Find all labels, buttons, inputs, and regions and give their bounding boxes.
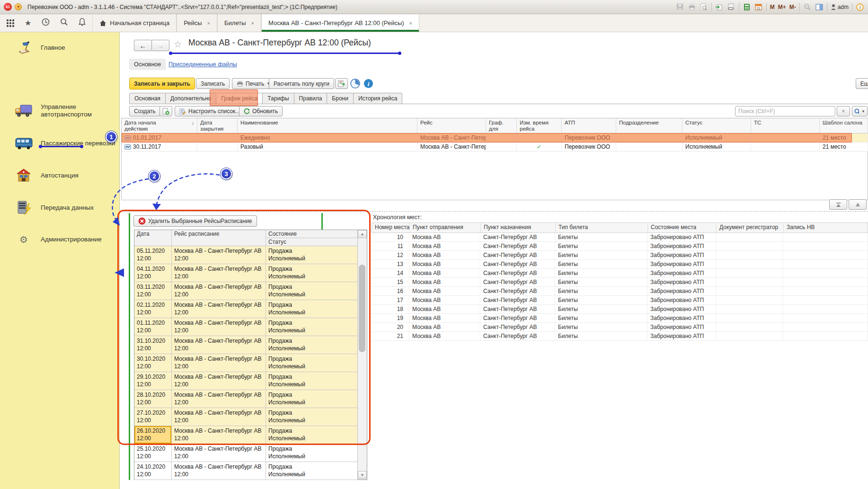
sidebar-item-bus-station[interactable]: Автостанция xyxy=(0,165,120,187)
favorite-star-icon[interactable]: ☆ xyxy=(174,39,182,50)
column-header[interactable]: Рейс xyxy=(417,118,486,133)
trip-row[interactable]: 05.11.202012:00Москва АВ - Санкт-Петербу… xyxy=(134,246,358,264)
scrollbar-down-icon[interactable]: ▼ xyxy=(358,471,367,479)
tab-active-trip[interactable]: Москва АВ - Санкт-Петербург АВ 12:00 (Ре… xyxy=(261,14,419,32)
seat-row[interactable]: 19Москва АВСанкт-Петербург АВБилетыЗабро… xyxy=(372,314,868,323)
seat-row[interactable]: 10Москва АВСанкт-Петербург АВБилетыЗабро… xyxy=(372,233,868,242)
send-link-icon[interactable] xyxy=(715,3,724,11)
col-trip[interactable]: Рейс расписание xyxy=(172,230,266,246)
trip-date-cell[interactable]: 03.11.202012:00 xyxy=(134,282,172,300)
clear-search-button[interactable]: × xyxy=(837,106,850,116)
trip-name-cell[interactable]: Москва АВ - Санкт-Петербург АВ 12:00 xyxy=(172,336,266,354)
save-icon[interactable] xyxy=(676,3,684,11)
seat-row[interactable]: 16Москва АВСанкт-Петербург АВБилетыЗабро… xyxy=(372,287,868,296)
trip-date-cell[interactable]: 29.10.202012:00 xyxy=(134,372,172,390)
trip-row[interactable]: 25.10.202012:00Москва АВ - Санкт-Петербу… xyxy=(134,444,358,462)
trips-grid-header[interactable]: Дата Рейс расписание Состояние Статус xyxy=(134,230,358,246)
trip-state-cell[interactable]: ПродажаИсполняемый xyxy=(266,390,358,408)
notifications-bell-icon[interactable] xyxy=(79,18,86,28)
save-button[interactable]: Записать xyxy=(196,78,230,89)
memory-recall-button[interactable]: M xyxy=(770,4,775,10)
search-icon[interactable] xyxy=(60,18,68,28)
trip-date-cell[interactable]: 25.10.202012:00 xyxy=(134,444,172,462)
trip-row[interactable]: 27.10.202012:00Москва АВ - Санкт-Петербу… xyxy=(134,408,358,426)
all-functions-menu-icon[interactable] xyxy=(7,19,14,27)
seat-row[interactable]: 11Москва АВСанкт-Петербург АВБилетыЗабро… xyxy=(372,242,868,251)
tab-pravila[interactable]: Правила xyxy=(294,93,328,104)
scroll-to-top-button[interactable] xyxy=(829,199,847,210)
trip-name-cell[interactable]: Москва АВ - Санкт-Петербург АВ 12:00 xyxy=(172,246,266,264)
col-state[interactable]: Состояние xyxy=(266,230,358,238)
current-user[interactable]: adm xyxy=(831,4,849,10)
trips-scrollbar[interactable]: ▲ ▼ xyxy=(357,230,367,480)
scroll-up-button[interactable] xyxy=(849,199,867,210)
info-icon[interactable]: i xyxy=(856,3,864,11)
column-header[interactable]: Пункт отправления xyxy=(410,223,481,232)
trip-name-cell[interactable]: Москва АВ - Санкт-Петербург АВ 12:00 xyxy=(172,282,266,300)
trip-date-cell[interactable]: 28.10.202012:00 xyxy=(134,390,172,408)
seat-row[interactable]: 21Москва АВСанкт-Петербург АВБилетыЗабро… xyxy=(372,332,868,341)
column-header[interactable]: Граф. для отрез. xyxy=(486,118,517,133)
column-header[interactable]: АТП xyxy=(562,118,616,133)
trip-state-cell[interactable]: ПродажаИсполняемый xyxy=(266,444,358,462)
seats-grid-header[interactable]: Номер местаПункт отправленияПункт назнач… xyxy=(372,222,868,233)
trip-name-cell[interactable]: Москва АВ - Санкт-Петербург АВ 12:00 xyxy=(172,390,266,408)
trip-row[interactable]: 31.10.202012:00Москва АВ - Санкт-Петербу… xyxy=(134,336,358,354)
scrollbar-thumb[interactable] xyxy=(359,265,365,352)
help-info-icon[interactable]: i xyxy=(363,79,373,90)
tab-home[interactable]: Начальная страница xyxy=(92,14,177,32)
tab-bilety[interactable]: Билеты× xyxy=(217,14,261,32)
trip-row[interactable]: 26.10.202012:00Москва АВ - Санкт-Петербу… xyxy=(134,426,358,444)
seat-row[interactable]: 18Москва АВСанкт-Петербург АВБилетыЗабро… xyxy=(372,305,868,314)
column-header[interactable]: ТС xyxy=(751,118,820,133)
back-button[interactable]: ← xyxy=(134,40,152,51)
tab-reisy[interactable]: Рейсы× xyxy=(177,14,217,32)
create-copy-button[interactable] xyxy=(159,106,172,116)
column-header[interactable]: Подразделение xyxy=(616,118,682,133)
save-and-close-button[interactable]: Записать и закрыть xyxy=(129,78,195,89)
search-button[interactable]: ▼ xyxy=(852,106,868,116)
get-link-icon[interactable] xyxy=(727,3,735,11)
schedule-table-header[interactable]: ↓Дата начала действияДата закрытияНаимен… xyxy=(122,118,868,133)
trip-row[interactable]: 03.11.202012:00Москва АВ - Санкт-Петербу… xyxy=(134,282,358,300)
trip-name-cell[interactable]: Москва АВ - Санкт-Петербург АВ 12:00 xyxy=(172,408,266,426)
trip-state-cell[interactable]: ПродажаИсполняемый xyxy=(266,462,358,480)
memory-plus-button[interactable]: M+ xyxy=(778,4,786,10)
trip-row[interactable]: 02.11.202012:00Москва АВ - Санкт-Петербу… xyxy=(134,300,358,318)
tab-grafik-reisa[interactable]: График рейса xyxy=(216,93,263,104)
trip-row[interactable]: 28.10.202012:00Москва АВ - Санкт-Петербу… xyxy=(134,390,358,408)
close-tab-icon[interactable]: × xyxy=(251,20,254,26)
tab-istoriya-reisa[interactable]: История рейса xyxy=(354,93,403,104)
trip-row[interactable]: 29.10.202012:00Москва АВ - Санкт-Петербу… xyxy=(134,372,358,390)
column-header[interactable]: Запись НВ xyxy=(784,223,868,232)
col-status[interactable]: Статус xyxy=(266,238,358,246)
tab-osnovnaya[interactable]: Основная xyxy=(129,93,166,104)
create-button[interactable]: Создать xyxy=(129,106,160,116)
column-header[interactable]: Изм. время рейса xyxy=(517,118,562,133)
trip-row[interactable]: 24.10.202012:00Москва АВ - Санкт-Петербу… xyxy=(134,462,358,480)
trip-date-cell[interactable]: 24.10.202012:00 xyxy=(134,462,172,480)
column-header[interactable]: Тип билета xyxy=(556,223,648,232)
scrollbar-up-icon[interactable]: ▲ xyxy=(358,230,367,238)
report-doc-button[interactable] xyxy=(335,78,348,89)
tab-dopolnitelno[interactable]: Дополнительно xyxy=(166,93,216,104)
trip-row[interactable]: 04.11.202012:00Москва АВ - Санкт-Петербу… xyxy=(134,264,358,282)
configure-list-button[interactable]: Настроить список... xyxy=(175,106,245,116)
trip-name-cell[interactable]: Москва АВ - Санкт-Петербург АВ 12:00 xyxy=(172,264,266,282)
sidebar-item-transport-management[interactable]: Управление автотранспортом xyxy=(0,98,120,123)
trip-state-cell[interactable]: ПродажаИсполняемый xyxy=(266,426,358,444)
seat-row[interactable]: 13Москва АВСанкт-Петербург АВБилетыЗабро… xyxy=(372,260,868,269)
trip-name-cell[interactable]: Москва АВ - Санкт-Петербург АВ 12:00 xyxy=(172,354,266,372)
trip-name-cell[interactable]: Москва АВ - Санкт-Петербург АВ 12:00 xyxy=(172,318,266,336)
trip-name-cell[interactable]: Москва АВ - Санкт-Петербург АВ 12:00 xyxy=(172,426,266,444)
column-header[interactable]: ↓Дата начала действия xyxy=(122,118,197,133)
seat-row[interactable]: 15Москва АВСанкт-Петербург АВБилетыЗабро… xyxy=(372,278,868,287)
close-tab-icon[interactable]: × xyxy=(409,20,412,26)
tab-tarify[interactable]: Тарифы xyxy=(263,93,294,104)
calendar-icon[interactable]: 31 xyxy=(754,3,763,11)
tab-broni[interactable]: Брони xyxy=(327,93,354,104)
seat-row[interactable]: 20Москва АВСанкт-Петербург АВБилетыЗабро… xyxy=(372,323,868,332)
trip-state-cell[interactable]: ПродажаИсполняемый xyxy=(266,408,358,426)
seat-row[interactable]: 17Москва АВСанкт-Петербург АВБилетыЗабро… xyxy=(372,296,868,305)
column-header[interactable]: Состояние места xyxy=(648,223,717,232)
